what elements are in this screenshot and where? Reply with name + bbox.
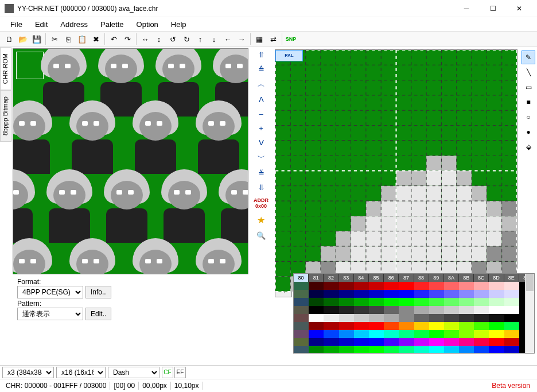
svg-rect-145 <box>290 186 305 201</box>
grid-fg-icon[interactable]: CF <box>162 367 173 378</box>
svg-rect-81 <box>290 126 305 141</box>
status-coord: 10,10px <box>171 382 203 390</box>
rect-tool-icon[interactable]: ▭ <box>522 80 535 94</box>
svg-rect-28 <box>457 65 472 80</box>
svg-rect-167 <box>381 201 396 216</box>
drawing-tools: ✎ ╲ ▭ ■ ○ ● ⬙ <box>520 47 537 271</box>
chr-canvas[interactable] <box>13 49 248 274</box>
palette-icon[interactable]: ▦ <box>252 32 266 46</box>
menu-option[interactable]: Option <box>131 19 164 30</box>
grid-bg-icon[interactable]: EF <box>174 367 186 378</box>
fillcircle-tool-icon[interactable]: ● <box>522 125 535 139</box>
svg-rect-219 <box>441 246 456 261</box>
fillrect-tool-icon[interactable]: ■ <box>522 95 535 109</box>
scroll-plus-icon[interactable]: + <box>259 124 263 133</box>
svg-rect-127 <box>502 156 517 170</box>
undo-icon[interactable]: ↶ <box>107 32 120 46</box>
open-icon[interactable]: 📂 <box>16 32 30 46</box>
menu-address[interactable]: Address <box>55 19 94 30</box>
svg-rect-199 <box>381 231 396 246</box>
svg-rect-52 <box>336 95 351 110</box>
addr-button[interactable]: ADDR 0x00 <box>250 197 273 209</box>
bucket-tool-icon[interactable]: ⬙ <box>522 140 535 154</box>
svg-rect-20 <box>336 65 351 80</box>
paste-icon[interactable]: 📋 <box>75 32 89 46</box>
svg-rect-101 <box>351 141 366 156</box>
svg-rect-217 <box>411 246 426 261</box>
snap-icon[interactable]: SNP <box>284 32 298 46</box>
size-select[interactable]: x16 (16x16) <box>56 367 106 378</box>
shift-l-icon[interactable]: ← <box>221 32 235 46</box>
rotate-r-icon[interactable]: ↻ <box>180 32 193 46</box>
zoom-select[interactable]: x3 (384x384) <box>2 367 54 378</box>
svg-rect-100 <box>336 141 351 156</box>
svg-rect-16 <box>275 65 290 80</box>
format-select[interactable]: 4BPP PCE(SG) <box>17 286 83 298</box>
svg-rect-95 <box>502 126 517 141</box>
scroll-top-icon[interactable]: ⥣ <box>258 51 264 59</box>
tab-bitmap[interactable]: 8bppp Bitmap <box>0 90 11 142</box>
shift-d-icon[interactable]: ↓ <box>207 32 221 46</box>
copy-icon[interactable]: ⎘ <box>61 32 75 46</box>
pixel-grid[interactable] <box>275 49 517 269</box>
svg-rect-164 <box>336 201 351 216</box>
palette-scrollbar[interactable] <box>525 274 534 353</box>
flip-h-icon[interactable]: ↔ <box>138 32 152 46</box>
scroll-minus-icon[interactable]: – <box>259 110 263 118</box>
info-button[interactable]: Info.. <box>85 286 111 298</box>
pencil-tool-icon[interactable]: ✎ <box>522 51 535 64</box>
shift-u-icon[interactable]: ↑ <box>193 32 207 46</box>
scroll-dn1-icon[interactable]: ᐯ <box>259 138 264 147</box>
redo-icon[interactable]: ↷ <box>120 32 134 46</box>
close-button[interactable]: ✕ <box>506 0 532 17</box>
svg-rect-66 <box>306 110 321 125</box>
svg-rect-144 <box>275 186 290 201</box>
svg-rect-70 <box>366 110 381 125</box>
svg-rect-34 <box>306 80 321 95</box>
save-icon[interactable]: 💾 <box>30 32 44 46</box>
svg-rect-150 <box>366 186 381 201</box>
cut-icon[interactable]: ✂ <box>48 32 61 46</box>
scroll-up1-icon[interactable]: ᐱ <box>259 95 264 104</box>
menu-edit[interactable]: Edit <box>29 19 53 30</box>
scroll-up2-icon[interactable]: ︿ <box>258 79 265 90</box>
tab-chr-rom[interactable]: CHR-ROM <box>0 47 11 90</box>
palette-view[interactable]: 808182838485868788898A8B8C8D8E8F <box>293 273 535 354</box>
svg-rect-72 <box>396 110 411 125</box>
svg-rect-91 <box>441 126 456 141</box>
menu-help[interactable]: Help <box>165 19 192 30</box>
svg-rect-224 <box>275 261 290 276</box>
gridstyle-select[interactable]: Dash <box>108 367 159 378</box>
zoom-icon[interactable]: 🔍 <box>256 231 266 240</box>
svg-rect-163 <box>321 201 336 216</box>
svg-rect-149 <box>351 186 366 201</box>
edit-button[interactable]: Edit.. <box>85 308 111 320</box>
line-tool-icon[interactable]: ╲ <box>522 65 535 79</box>
pattern-select[interactable]: 通常表示 <box>17 308 83 320</box>
svg-rect-116 <box>336 156 351 170</box>
scroll-bot-icon[interactable]: ⥥ <box>258 183 264 192</box>
rotate-l-icon[interactable]: ↺ <box>166 32 180 46</box>
delete-icon[interactable]: ✖ <box>89 32 103 46</box>
pal-button[interactable]: PAL <box>275 50 303 61</box>
menu-palette[interactable]: Palette <box>95 19 129 30</box>
svg-rect-171 <box>441 201 456 216</box>
new-icon[interactable]: 🗋 <box>2 32 16 46</box>
maximize-button[interactable]: ☐ <box>480 0 506 17</box>
svg-rect-68 <box>336 110 351 125</box>
scroll-up3-icon[interactable]: ≙ <box>258 65 264 73</box>
menu-file[interactable]: File <box>5 19 28 30</box>
svg-rect-3 <box>321 50 336 65</box>
favorite-icon[interactable]: ★ <box>257 215 265 226</box>
flip-v-icon[interactable]: ↕ <box>152 32 166 46</box>
scroll-dn2-icon[interactable]: ﹀ <box>258 153 265 163</box>
swap-icon[interactable]: ⇄ <box>266 32 280 46</box>
scroll-dn3-icon[interactable]: ≚ <box>258 169 264 177</box>
svg-rect-27 <box>441 65 456 80</box>
chr-viewer[interactable] <box>13 48 248 274</box>
minimize-button[interactable]: ─ <box>453 0 480 17</box>
edit-view: ✎ ╲ ▭ ■ ○ ● ⬙ <box>273 47 537 271</box>
shift-r-icon[interactable]: → <box>235 32 248 46</box>
svg-rect-160 <box>275 201 290 216</box>
circle-tool-icon[interactable]: ○ <box>522 110 535 124</box>
